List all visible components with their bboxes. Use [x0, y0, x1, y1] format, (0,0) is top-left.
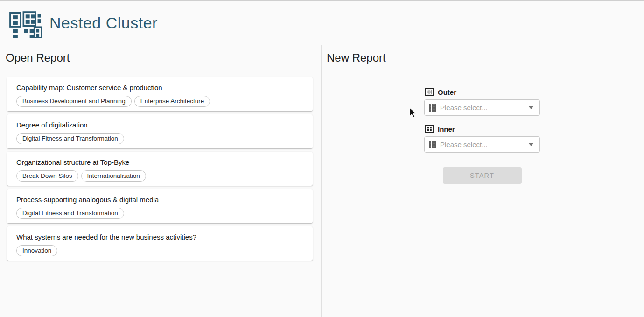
- chevron-down-icon: [528, 143, 534, 146]
- new-report-heading: New Report: [327, 51, 644, 64]
- report-tags: Break Down Silos Internationalisation: [16, 170, 303, 182]
- chevron-down-icon: [528, 106, 534, 109]
- report-title: What systems are needed for the new busi…: [16, 233, 303, 241]
- outer-field-label-row: Outer: [425, 88, 540, 96]
- app-title: Nested Cluster: [49, 14, 158, 32]
- new-report-form: Outer Please select... Inner: [424, 88, 540, 184]
- grid-icon: [429, 104, 436, 112]
- report-card[interactable]: Capability map: Customer service & produ…: [7, 77, 313, 111]
- outer-squares-icon: [425, 88, 434, 96]
- open-report-panel: Open Report Capability map: Customer ser…: [0, 45, 322, 317]
- inner-field-label-row: Inner: [425, 125, 540, 133]
- report-tag-chip: Enterprise Architecture: [134, 96, 210, 107]
- report-tag-chip: Innovation: [16, 245, 57, 256]
- report-tags: Digital Fitness and Transformation: [16, 208, 303, 219]
- app-root: { "app": { "title": "Nested Cluster" }, …: [0, 0, 644, 317]
- report-card[interactable]: What systems are needed for the new busi…: [7, 226, 313, 261]
- inner-squares-icon: [425, 125, 434, 133]
- report-tags: Business Development and Planning Enterp…: [16, 96, 303, 107]
- nested-cluster-logo-icon: [7, 8, 43, 38]
- report-title: Process-supporting analogous & digital m…: [16, 196, 303, 204]
- report-tag-chip: Business Development and Planning: [16, 96, 132, 107]
- report-title: Capability map: Customer service & produ…: [16, 84, 303, 92]
- grid-icon: [429, 141, 436, 148]
- report-list: Capability map: Customer service & produ…: [7, 77, 313, 261]
- report-tags: Innovation: [16, 245, 303, 256]
- outer-field-label: Outer: [438, 88, 456, 96]
- report-tag-chip: Internationalisation: [81, 170, 146, 182]
- start-button[interactable]: START: [443, 167, 522, 184]
- report-card[interactable]: Process-supporting analogous & digital m…: [7, 189, 313, 223]
- report-tags: Digital Fitness and Transformation: [16, 133, 303, 144]
- app-header: Nested Cluster: [0, 1, 644, 45]
- report-card[interactable]: Organizational structure at Top-Byke Bre…: [7, 152, 313, 186]
- report-title: Organizational structure at Top-Byke: [16, 158, 303, 166]
- report-tag-chip: Digital Fitness and Transformation: [16, 133, 124, 144]
- inner-select-placeholder: Please select...: [440, 141, 528, 148]
- inner-select[interactable]: Please select...: [424, 136, 540, 153]
- new-report-panel: New Report Outer Please select...: [322, 45, 644, 317]
- main-area: Open Report Capability map: Customer ser…: [0, 45, 644, 317]
- report-card[interactable]: Degree of digitalization Digital Fitness…: [7, 114, 313, 148]
- report-tag-chip: Break Down Silos: [16, 170, 78, 182]
- outer-select-placeholder: Please select...: [440, 104, 528, 112]
- report-title: Degree of digitalization: [16, 121, 303, 129]
- open-report-heading: Open Report: [6, 51, 313, 64]
- outer-select[interactable]: Please select...: [424, 99, 540, 116]
- inner-field-label: Inner: [438, 125, 455, 133]
- report-tag-chip: Digital Fitness and Transformation: [16, 208, 124, 219]
